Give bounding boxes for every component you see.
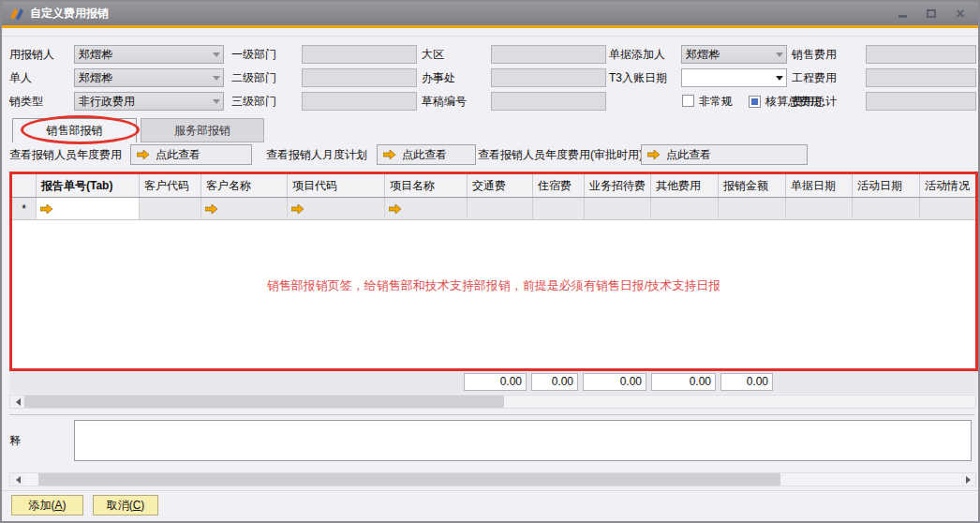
cell-activity-date[interactable]: [853, 198, 920, 220]
chevron-down-icon: [773, 72, 786, 84]
scrollbar-thumb[interactable]: [24, 396, 504, 408]
cell-doc-date[interactable]: [786, 198, 853, 220]
sales-fee-field[interactable]: [866, 45, 976, 64]
total-reimburse: 0.00: [720, 373, 773, 391]
cancel-button[interactable]: 取消(C): [93, 495, 158, 516]
cell-arrow-icon: [205, 204, 218, 214]
link-arrow-icon: [137, 150, 150, 159]
col-report-no[interactable]: 报告单号(Tab): [37, 174, 140, 197]
maker-combo[interactable]: 郑熠桦: [74, 68, 224, 87]
label-expense-type: 销类型: [9, 92, 43, 111]
label-sales-fee: 销售费用: [792, 45, 837, 64]
total-transport: 0.00: [464, 373, 527, 391]
col-other-fee[interactable]: 其他费用: [651, 174, 719, 197]
view-annual-fee-link[interactable]: 点此查看: [130, 144, 252, 165]
close-icon[interactable]: ×: [954, 7, 967, 21]
label-view-annual-fee-approval: 查看报销人员年度费用(审批时用): [478, 144, 643, 165]
project-fee-field[interactable]: [866, 68, 976, 87]
fee-total-field[interactable]: [866, 92, 976, 111]
dept1-field[interactable]: [302, 45, 417, 64]
tab-sales-dept[interactable]: 销售部报销: [12, 118, 137, 142]
scroll-right-icon[interactable]: [961, 473, 975, 486]
cell-lodging-fee[interactable]: [533, 198, 585, 220]
minimize-icon[interactable]: [896, 7, 909, 21]
dept3-field[interactable]: [302, 92, 417, 111]
cell-project-code[interactable]: [288, 198, 385, 220]
add-button-hotkey: A: [54, 499, 62, 512]
col-lodging-fee[interactable]: 住宿费: [533, 174, 585, 197]
maker-value: 郑熠桦: [75, 70, 210, 86]
col-doc-date[interactable]: 单据日期: [786, 174, 853, 197]
link-text: 点此查看: [402, 147, 447, 163]
col-project-code[interactable]: 项目代码: [288, 174, 385, 197]
total-cost-checkbox[interactable]: [749, 96, 761, 108]
reimburser-combo[interactable]: 郑熠桦: [74, 45, 224, 64]
cell-reimburse-amount[interactable]: [719, 198, 786, 220]
tab-service-dept[interactable]: 服务部报销: [141, 118, 264, 142]
cell-customer-code[interactable]: [140, 198, 201, 220]
col-project-name[interactable]: 项目名称: [385, 174, 468, 197]
maximize-icon[interactable]: [925, 7, 938, 21]
doc-adder-value: 郑熠桦: [682, 47, 773, 63]
add-button-text: ): [63, 499, 67, 512]
label-region: 大区: [422, 45, 444, 64]
expense-table: 报告单号(Tab) 客户代码 客户名称 项目代码 项目名称 交通费 住宿费 业务…: [9, 172, 978, 371]
bottom-hscrollbar[interactable]: [9, 472, 976, 486]
col-activity-info[interactable]: 活动情况: [920, 174, 978, 197]
label-view-annual-fee: 查看报销人员年度费用: [9, 144, 122, 165]
label-project-fee: 工程费用: [792, 68, 837, 87]
table-new-row: *: [12, 198, 975, 220]
totals-bar: 0.00 0.00 0.00 0.00 0.00: [9, 371, 978, 394]
divider: [2, 490, 978, 491]
table-hscrollbar[interactable]: [9, 395, 976, 409]
doc-adder-combo[interactable]: 郑熠桦: [681, 45, 787, 64]
accent-line: [2, 25, 978, 28]
total-other: 0.00: [651, 373, 716, 391]
label-reimburser: 用报销人: [9, 45, 54, 64]
chevron-down-icon: [773, 49, 786, 61]
cell-activity-info[interactable]: [920, 198, 978, 220]
note-textarea[interactable]: [74, 420, 972, 461]
cell-report-no[interactable]: [37, 198, 140, 220]
col-activity-date[interactable]: 活动日期: [853, 174, 920, 197]
cell-customer-name[interactable]: [201, 198, 288, 220]
cell-arrow-icon: [40, 204, 53, 214]
table-header-row: 报告单号(Tab) 客户代码 客户名称 项目代码 项目名称 交通费 住宿费 业务…: [12, 174, 975, 198]
link-text: 点此查看: [666, 147, 711, 163]
cell-other-fee[interactable]: [651, 198, 719, 220]
scrollbar-thumb[interactable]: [38, 473, 780, 486]
add-button[interactable]: 添加(A): [11, 495, 83, 516]
dept2-field[interactable]: [302, 68, 417, 87]
cell-transport-fee[interactable]: [468, 198, 533, 220]
office-field[interactable]: [491, 68, 606, 87]
col-customer-name[interactable]: 客户名称: [201, 174, 288, 197]
expense-type-combo[interactable]: 非行政费用: [74, 92, 224, 111]
region-field[interactable]: [491, 45, 606, 64]
scroll-left-icon[interactable]: [10, 396, 24, 408]
label-fee-total: 费用总计: [792, 92, 837, 111]
tab-sales-label: 销售部报销: [47, 123, 103, 139]
draft-no-field[interactable]: [491, 92, 606, 111]
label-nonregular: 非常规: [699, 92, 733, 111]
col-customer-code[interactable]: 客户代码: [140, 174, 201, 197]
red-annotation-text: 销售部报销页签，给销售部和技术支持部报销，前提是必须有销售日报/技术支持日报: [12, 277, 975, 294]
label-doc-adder: 单据添加人: [609, 45, 665, 64]
t3-date-combo[interactable]: [681, 68, 787, 87]
add-button-text: 添加(: [28, 498, 54, 514]
col-reimburse-amount[interactable]: 报销金额: [719, 174, 786, 197]
cell-entertainment-fee[interactable]: [585, 198, 651, 220]
col-transport-fee[interactable]: 交通费: [468, 174, 533, 197]
reimburser-value: 郑熠桦: [75, 47, 210, 63]
cell-project-name[interactable]: [385, 198, 468, 220]
label-dept2: 二级部门: [231, 68, 276, 87]
chevron-down-icon: [210, 96, 223, 108]
cancel-button-text: ): [141, 499, 144, 512]
view-monthly-plan-link[interactable]: 点此查看: [377, 144, 476, 165]
scroll-left-icon[interactable]: [10, 473, 24, 486]
col-entertainment-fee[interactable]: 业务招待费: [585, 174, 651, 197]
nonregular-checkbox[interactable]: [682, 95, 694, 107]
label-dept3: 三级部门: [231, 92, 276, 111]
total-lodging: 0.00: [531, 373, 578, 391]
divider: [9, 414, 974, 415]
view-annual-fee-approval-link[interactable]: 点此查看: [641, 144, 808, 165]
